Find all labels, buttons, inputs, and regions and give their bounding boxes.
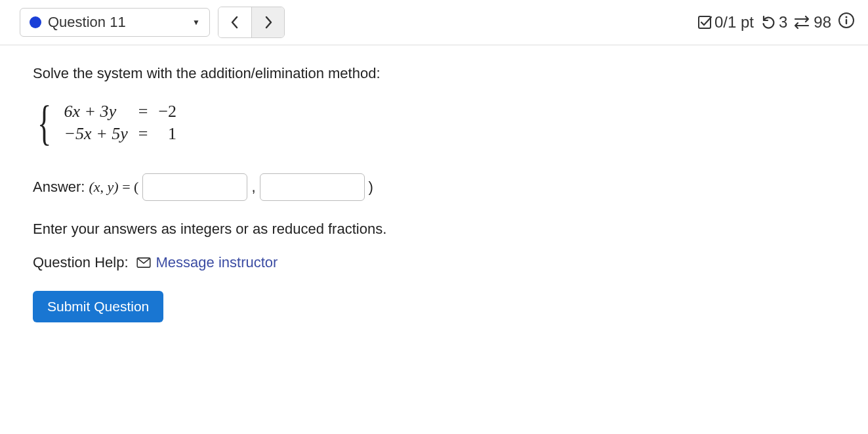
svg-rect-0 (699, 16, 711, 28)
retries-status: 3 (760, 13, 787, 32)
answer-label: Answer: (33, 179, 85, 196)
question-content: Solve the system with the addition/elimi… (0, 45, 590, 342)
answer-hint: Enter your answers as integers or as red… (33, 221, 558, 238)
answer-variable-label: (x, y) = ( (89, 179, 138, 196)
submit-question-button[interactable]: Submit Question (33, 291, 163, 322)
message-instructor-link[interactable]: Message instructor (136, 254, 278, 271)
status-dot-icon (30, 16, 41, 28)
message-instructor-text: Message instructor (156, 254, 278, 271)
equation-system: { 6x + 3y = −2 −5x + 5y = 1 (33, 98, 558, 147)
answer-x-input[interactable] (142, 173, 247, 201)
score-text: 0/1 pt (714, 13, 754, 32)
chevron-left-icon (230, 16, 239, 29)
checkbox-icon (697, 15, 712, 30)
info-button[interactable] (838, 12, 855, 33)
eq2-rhs: 1 (153, 123, 182, 145)
answer-row: Answer: (x, y) = ( , ) (33, 173, 558, 201)
brace-icon: { (37, 98, 51, 147)
question-selector-dropdown[interactable]: Question 11 ▼ (20, 8, 210, 37)
help-row: Question Help: Message instructor (33, 254, 558, 271)
envelope-icon (136, 257, 151, 268)
attempts-text: 98 (814, 13, 831, 32)
nav-buttons-group (218, 7, 285, 38)
question-number-label: Question 11 (48, 14, 186, 31)
shuffle-icon (794, 15, 811, 30)
answer-close-paren: ) (369, 179, 373, 196)
help-label: Question Help: (33, 254, 129, 271)
attempts-status: 98 (794, 13, 831, 32)
score-status: 0/1 pt (697, 13, 754, 32)
svg-point-2 (846, 16, 848, 18)
eq2-equals: = (133, 123, 154, 145)
status-area: 0/1 pt 3 98 (697, 12, 855, 33)
eq1-rhs: −2 (153, 100, 182, 123)
prev-question-button[interactable] (218, 7, 251, 37)
chevron-right-icon (264, 16, 273, 29)
equation-table: 6x + 3y = −2 −5x + 5y = 1 (59, 100, 182, 145)
answer-y-input[interactable] (260, 173, 365, 201)
question-header: Question 11 ▼ 0/1 pt 3 98 (0, 0, 868, 45)
eq1-equals: = (133, 100, 154, 123)
retries-text: 3 (779, 13, 787, 32)
eq2-lhs: −5x + 5y (59, 123, 133, 145)
svg-rect-3 (846, 19, 847, 24)
eq1-lhs: 6x + 3y (59, 100, 133, 123)
question-prompt: Solve the system with the addition/elimi… (33, 65, 558, 82)
next-question-button[interactable] (251, 7, 284, 37)
answer-comma: , (251, 179, 255, 196)
retry-icon (760, 14, 776, 30)
chevron-down-icon: ▼ (192, 18, 200, 27)
info-icon (838, 12, 855, 29)
